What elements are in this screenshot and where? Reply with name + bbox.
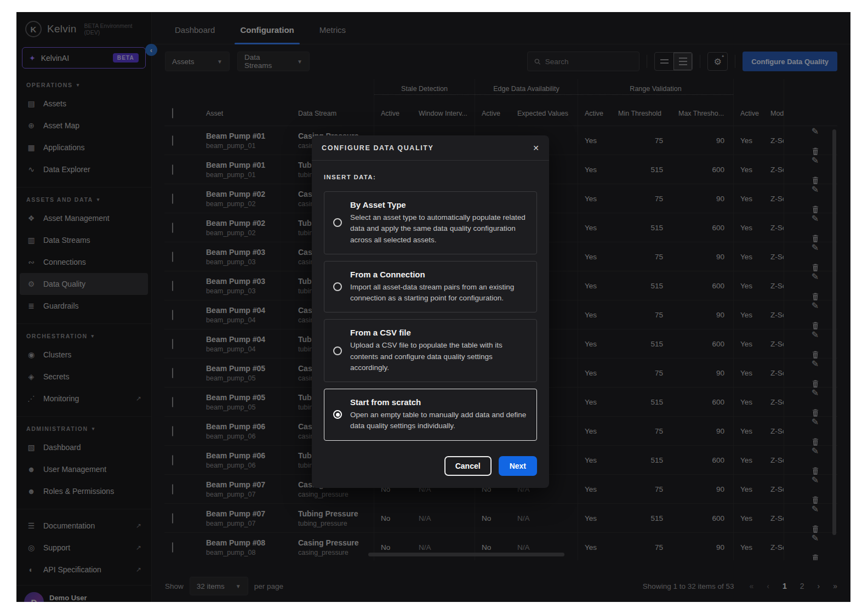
insert-data-option[interactable]: By Asset Type Select an asset type to au… — [324, 191, 537, 254]
modal-header: CONFIGURE DATA QUALITY ✕ — [312, 135, 549, 161]
option-title: From a Connection — [350, 270, 528, 279]
configure-data-quality-modal: CONFIGURE DATA QUALITY ✕ INSERT DATA: By… — [312, 135, 549, 488]
option-description: Import all asset-data stream pairs from … — [350, 282, 528, 304]
option-title: From a CSV file — [350, 328, 528, 337]
option-title: Start from scratch — [350, 397, 528, 407]
insert-data-label: INSERT DATA: — [324, 174, 537, 180]
radio-button[interactable] — [333, 346, 342, 355]
radio-button[interactable] — [333, 282, 342, 291]
modal-title: CONFIGURE DATA QUALITY — [322, 144, 433, 152]
cancel-button[interactable]: Cancel — [444, 456, 492, 476]
option-title: By Asset Type — [350, 200, 528, 209]
page: K Kelvin BETA Environment (DEV) ✦ Kelvin… — [0, 0, 868, 614]
insert-data-options: By Asset Type Select an asset type to au… — [324, 191, 537, 441]
app-window: K Kelvin BETA Environment (DEV) ✦ Kelvin… — [16, 12, 850, 602]
insert-data-option[interactable]: From a CSV file Upload a CSV file to pop… — [324, 319, 537, 382]
close-icon[interactable]: ✕ — [533, 144, 539, 152]
option-description: Open an empty table to manually add data… — [350, 410, 528, 432]
radio-button[interactable] — [333, 410, 342, 419]
insert-data-option[interactable]: From a Connection Import all asset-data … — [324, 261, 537, 313]
option-description: Upload a CSV file to populate the table … — [350, 340, 528, 373]
next-button[interactable]: Next — [499, 456, 537, 476]
radio-button[interactable] — [333, 218, 342, 227]
modal-actions: Cancel Next — [324, 447, 537, 478]
modal-body: INSERT DATA: By Asset Type Select an ass… — [312, 161, 549, 488]
option-description: Select an asset type to automatically po… — [350, 212, 528, 246]
insert-data-option[interactable]: Start from scratch Open an empty table t… — [324, 389, 537, 441]
